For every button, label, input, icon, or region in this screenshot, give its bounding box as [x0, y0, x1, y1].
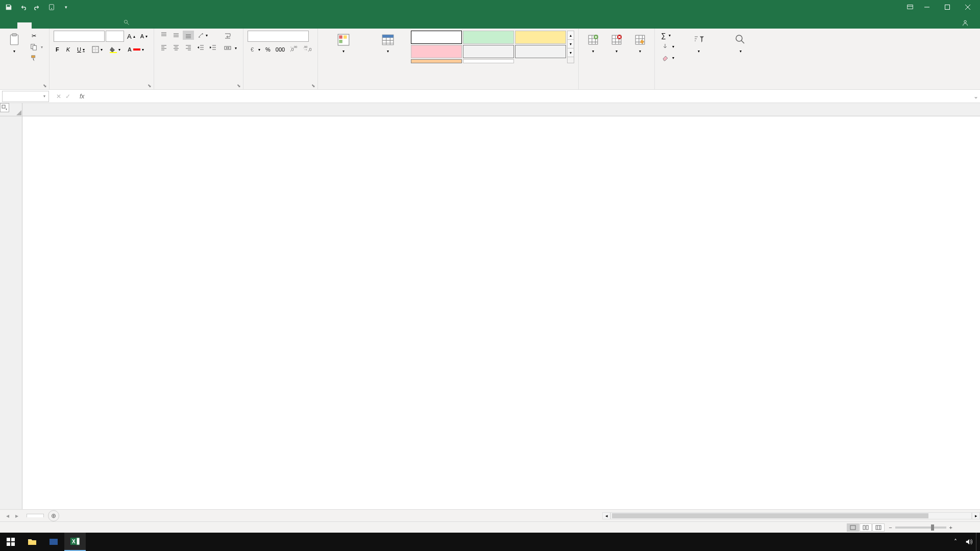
tab-seitenlayout[interactable] — [46, 22, 60, 29]
hscroll-thumb[interactable] — [612, 513, 928, 518]
orientation-button[interactable]: ▾ — [195, 31, 210, 40]
show-desktop-button[interactable] — [976, 533, 979, 551]
number-format-select[interactable] — [248, 31, 309, 42]
style-berechnung[interactable] — [515, 45, 566, 58]
percent-button[interactable]: % — [263, 45, 273, 54]
sheet-tab-active[interactable] — [27, 514, 44, 517]
font-launcher[interactable]: ⬊ — [148, 83, 152, 88]
tab-einfugen[interactable] — [32, 22, 46, 29]
formula-expand-icon[interactable]: ⌄ — [972, 93, 980, 100]
name-box[interactable]: ▾ — [2, 91, 49, 102]
merge-center-button[interactable]: ▾ — [222, 43, 239, 53]
decrease-font-button[interactable]: A▾ — [138, 32, 150, 40]
style-schlecht[interactable] — [411, 45, 462, 58]
conditional-formatting-button[interactable]: ▾ — [322, 31, 365, 56]
align-top-button[interactable] — [158, 31, 169, 40]
tab-ansicht[interactable] — [103, 22, 117, 29]
font-color-button[interactable]: A▾ — [126, 45, 146, 54]
tell-me-search[interactable] — [117, 16, 138, 29]
style-erklar[interactable] — [463, 59, 514, 63]
increase-font-button[interactable]: A▴ — [125, 32, 137, 41]
decrease-indent-button[interactable] — [195, 43, 206, 52]
increase-indent-button[interactable] — [207, 43, 218, 52]
borders-button[interactable]: ▾ — [90, 45, 105, 54]
format-painter-button[interactable] — [28, 53, 45, 63]
save-icon[interactable] — [4, 3, 13, 12]
tray-expand-icon[interactable]: ˄ — [949, 533, 962, 551]
format-cells-button[interactable]: ▾ — [630, 31, 650, 56]
align-middle-button[interactable] — [170, 31, 182, 40]
undo-icon[interactable] — [18, 3, 28, 12]
start-button[interactable] — [0, 533, 21, 551]
view-page-break-button[interactable] — [872, 523, 885, 532]
align-bottom-button[interactable] — [183, 31, 194, 40]
ribbon-display-options-icon[interactable] — [906, 4, 914, 11]
clipboard-launcher[interactable]: ⬊ — [43, 83, 47, 88]
font-size-input[interactable] — [106, 31, 124, 42]
share-button[interactable] — [958, 17, 975, 29]
style-ausgabe[interactable] — [463, 45, 514, 58]
fx-icon[interactable]: fx — [76, 93, 88, 100]
tab-daten[interactable] — [75, 22, 89, 29]
autofill-options-button[interactable] — [0, 103, 9, 112]
style-neutral[interactable] — [515, 31, 566, 44]
sort-filter-button[interactable]: ▾ — [679, 31, 718, 56]
decrease-decimal-button[interactable]: ,00→,0 — [301, 45, 313, 54]
copy-button[interactable]: ▾ — [28, 42, 45, 52]
paste-button[interactable]: ▾ — [4, 31, 24, 56]
style-standard[interactable] — [411, 31, 462, 44]
qat-customize-icon[interactable]: ▾ — [61, 3, 70, 12]
clear-button[interactable]: ▾ — [659, 53, 676, 63]
gallery-down[interactable]: ▾ — [568, 40, 574, 48]
style-eingabe[interactable] — [411, 59, 462, 63]
view-page-layout-button[interactable] — [860, 523, 872, 532]
taskbar-file-explorer[interactable] — [21, 533, 43, 551]
underline-button[interactable]: U▾ — [75, 45, 87, 54]
sheet-nav-next[interactable]: ▸ — [12, 511, 21, 520]
taskbar-app-2[interactable] — [43, 533, 64, 551]
hscroll-left[interactable]: ◂ — [602, 512, 610, 519]
tray-volume-icon[interactable] — [963, 533, 975, 551]
number-launcher[interactable]: ⬊ — [311, 83, 315, 88]
gallery-up[interactable]: ▴ — [568, 31, 574, 40]
maximize-button[interactable] — [937, 0, 958, 14]
tab-datei[interactable] — [3, 22, 17, 29]
taskbar-excel[interactable]: X — [64, 533, 86, 551]
align-left-button[interactable] — [158, 43, 169, 52]
font-name-input[interactable] — [54, 31, 105, 42]
insert-cells-button[interactable]: ▾ — [583, 31, 603, 56]
comma-button[interactable]: 000 — [274, 45, 287, 54]
delete-cells-button[interactable]: ▾ — [606, 31, 627, 56]
italic-button[interactable]: K — [64, 45, 72, 54]
redo-icon[interactable] — [33, 3, 42, 12]
fill-button[interactable]: ▾ — [659, 41, 676, 52]
tab-uberprufen[interactable] — [89, 22, 103, 29]
signin-button[interactable] — [893, 5, 903, 9]
align-center-button[interactable] — [170, 43, 182, 52]
autosum-button[interactable]: ∑▾ — [659, 31, 676, 40]
cut-button[interactable]: ✂ — [28, 31, 45, 41]
zoom-out-button[interactable]: − — [889, 524, 892, 531]
alignment-launcher[interactable]: ⬊ — [237, 83, 241, 88]
tab-start[interactable] — [17, 22, 32, 29]
view-normal-button[interactable] — [847, 523, 859, 532]
tab-formeln[interactable] — [60, 22, 75, 29]
increase-decimal-button[interactable]: ,0←,00 — [288, 45, 300, 54]
gallery-more[interactable]: ▾ — [568, 48, 574, 57]
find-select-button[interactable]: ▾ — [721, 31, 760, 56]
minimize-button[interactable] — [917, 0, 937, 14]
touch-mode-icon[interactable] — [47, 3, 56, 12]
hscroll-right[interactable]: ▸ — [972, 512, 980, 519]
wrap-text-button[interactable] — [222, 31, 239, 41]
accounting-format-button[interactable]: €▾ — [248, 45, 262, 54]
cells-area[interactable] — [22, 116, 980, 509]
zoom-in-button[interactable]: + — [949, 524, 952, 531]
close-button[interactable] — [958, 0, 978, 14]
format-as-table-button[interactable]: ▾ — [368, 31, 408, 56]
horizontal-scrollbar[interactable]: ◂ ▸ — [602, 512, 980, 520]
fill-color-button[interactable]: ▾ — [108, 45, 122, 54]
bold-button[interactable]: F — [54, 45, 61, 54]
add-sheet-button[interactable]: ⊕ — [48, 510, 59, 521]
align-right-button[interactable] — [183, 43, 194, 52]
sheet-nav-prev[interactable]: ◂ — [3, 511, 12, 520]
